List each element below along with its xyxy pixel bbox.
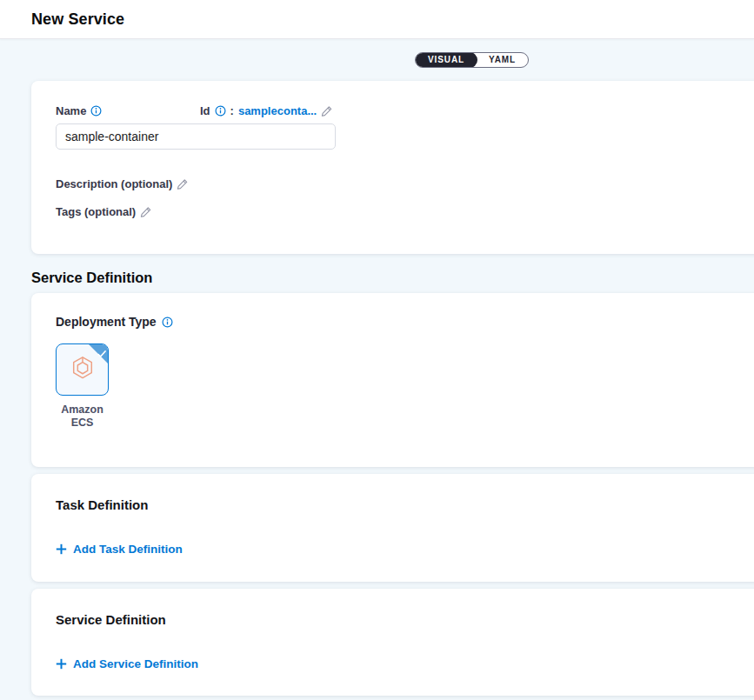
task-definition-heading: Task Definition: [56, 497, 148, 512]
description-row: Description (optional): [56, 177, 189, 190]
id-info-icon[interactable]: [215, 105, 226, 117]
add-task-definition-label: Add Task Definition: [73, 543, 183, 556]
name-info-icon[interactable]: [90, 105, 102, 117]
deployment-type-label-row: Deployment Type: [56, 315, 173, 329]
name-label-row: Name: [56, 104, 102, 117]
name-input[interactable]: [56, 123, 336, 150]
plus-icon: [56, 658, 67, 670]
task-definition-card: Task Definition Add Task Definition: [31, 474, 754, 582]
deployment-type-card: Deployment Type Amazon ECS: [31, 293, 754, 467]
service-about-card: Name Id : sampleconta...: [31, 81, 754, 254]
amazon-ecs-label-line1: Amazon: [56, 403, 109, 417]
id-edit-pencil-icon[interactable]: [321, 105, 333, 117]
id-label: Id: [200, 104, 210, 117]
name-label: Name: [56, 104, 86, 117]
visual-yaml-toggle: VISUAL YAML: [415, 52, 529, 68]
deployment-type-info-icon[interactable]: [162, 317, 173, 328]
id-separator: :: [230, 104, 234, 117]
description-label: Description (optional): [56, 177, 172, 190]
service-definition-card: Service Definition Add Service Definitio…: [31, 589, 754, 696]
deployment-type-label: Deployment Type: [56, 315, 157, 329]
plus-icon: [56, 543, 67, 555]
page-title: New Service: [31, 10, 124, 29]
name-input-wrap: [56, 123, 336, 150]
service-definition-section-heading: Service Definition: [31, 270, 152, 286]
add-service-definition-button[interactable]: Add Service Definition: [56, 657, 198, 670]
amazon-ecs-label: Amazon ECS: [56, 403, 109, 430]
id-value-link[interactable]: sampleconta...: [238, 104, 317, 117]
add-task-definition-button[interactable]: Add Task Definition: [56, 543, 183, 556]
tags-label: Tags (optional): [56, 205, 136, 218]
id-row: Id : sampleconta...: [200, 104, 333, 117]
add-service-definition-label: Add Service Definition: [73, 657, 198, 670]
tags-row: Tags (optional): [56, 205, 152, 218]
deployment-type-tile-amazon-ecs[interactable]: [56, 343, 109, 396]
selected-check-icon: [97, 346, 106, 362]
description-edit-pencil-icon[interactable]: [177, 178, 189, 190]
page-header: New Service: [0, 0, 754, 39]
toggle-visual[interactable]: VISUAL: [415, 52, 477, 68]
service-definition-card-heading: Service Definition: [56, 612, 166, 627]
amazon-ecs-label-line2: ECS: [56, 417, 109, 430]
toggle-yaml[interactable]: YAML: [477, 53, 528, 67]
tags-edit-pencil-icon[interactable]: [140, 206, 152, 218]
